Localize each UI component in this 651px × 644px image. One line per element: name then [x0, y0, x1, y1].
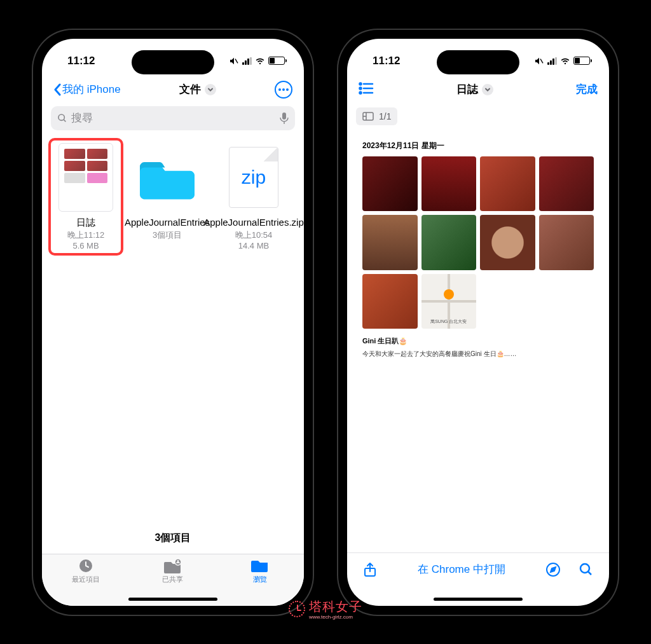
status-time: 11:12	[61, 55, 95, 67]
journal-photo	[362, 274, 418, 329]
svg-point-13	[360, 87, 362, 89]
journal-photo	[480, 156, 535, 212]
watermark-icon	[289, 601, 305, 617]
signal-icon	[547, 57, 557, 65]
watermark-sub: www.tech-girlz.com	[309, 614, 362, 620]
journal-photo	[421, 156, 477, 212]
file-item-zip[interactable]: zip AppleJournalEntries.zip 晚上10:54 14.4…	[216, 143, 291, 250]
status-time: 11:12	[366, 55, 400, 67]
journal-content[interactable]: 2023年12月11日 星期一 萬SUNG 台北大安 Gini 生日趴🎂 今天和…	[347, 130, 609, 369]
file-grid: 日誌 晚上11:12 5.6 MB AppleJournalEntries 3個…	[42, 138, 304, 256]
photo-grid: 萬SUNG 台北大安	[362, 156, 594, 329]
contact-sheet-icon	[362, 112, 374, 121]
svg-line-23	[588, 572, 591, 575]
svg-point-4	[58, 114, 64, 120]
file-name: AppleJournalEntries.zip	[203, 217, 304, 228]
clock-icon	[77, 558, 95, 573]
phone-right: 11:12 日誌 完成 1/1 20	[338, 30, 618, 615]
back-label: 我的 iPhone	[62, 82, 121, 97]
folder-thumb	[140, 143, 195, 212]
journal-entry-body: 今天和大家一起去了大安的高餐廳慶祝Gini 生日🎂……	[362, 350, 594, 359]
tab-recent[interactable]: 最近項目	[42, 558, 129, 606]
svg-point-11	[360, 83, 362, 85]
journal-map: 萬SUNG 台北大安	[421, 274, 477, 329]
mute-icon	[229, 56, 239, 66]
title-text: 日誌	[456, 82, 478, 97]
file-size: 14.4 MB	[238, 241, 269, 250]
file-meta: 3個項目	[153, 230, 182, 241]
tab-label: 瀏覽	[253, 575, 267, 584]
status-icons	[229, 56, 285, 66]
zip-thumb: zip	[226, 143, 281, 212]
chevron-down-icon	[205, 84, 216, 95]
chevron-left-icon	[53, 83, 61, 96]
svg-point-9	[177, 560, 179, 562]
tab-label: 已共享	[162, 575, 183, 584]
journal-photo	[480, 215, 535, 270]
notch	[132, 50, 214, 74]
screen-right: 11:12 日誌 完成 1/1 20	[347, 39, 609, 606]
file-name: 日誌	[76, 217, 95, 228]
share-button[interactable]	[362, 562, 378, 577]
file-meta: 晚上10:54	[235, 230, 273, 241]
svg-line-10	[540, 58, 543, 63]
svg-rect-6	[282, 113, 286, 120]
folder-icon	[251, 558, 269, 573]
mic-icon[interactable]	[280, 113, 289, 124]
svg-point-15	[360, 92, 362, 93]
journal-photo	[362, 156, 418, 212]
journal-photo	[362, 215, 418, 270]
svg-point-3	[286, 88, 289, 91]
folder-icon	[140, 152, 195, 203]
page-indicator-text: 1/1	[379, 111, 391, 121]
open-in-chrome-button[interactable]: 在 Chrome 中打開	[418, 562, 505, 577]
nav-title[interactable]: 日誌	[456, 82, 493, 97]
list-button[interactable]	[359, 82, 374, 97]
file-name: AppleJournalEntries	[125, 217, 210, 228]
nav-bar: 我的 iPhone 文件	[42, 76, 304, 106]
title-text: 文件	[179, 82, 201, 97]
tab-label: 最近項目	[72, 575, 100, 584]
svg-point-2	[282, 88, 285, 91]
markup-button[interactable]	[545, 562, 561, 577]
map-label: 萬SUNG 台北大安	[421, 319, 477, 325]
journal-photo	[539, 156, 594, 212]
signal-icon	[242, 57, 252, 65]
journal-date: 2023年12月11日 星期一	[362, 140, 594, 151]
search-bar[interactable]	[51, 106, 295, 130]
search-input[interactable]	[71, 112, 276, 125]
home-indicator[interactable]	[128, 598, 217, 601]
mute-icon	[534, 56, 544, 66]
toolbar-right	[545, 562, 594, 577]
chevron-down-icon	[482, 84, 493, 95]
phone-left: 11:12 我的 iPhone 文件	[33, 30, 313, 615]
svg-line-0	[235, 58, 238, 63]
wifi-icon	[560, 57, 570, 65]
file-item-folder[interactable]: AppleJournalEntries 3個項目	[130, 143, 205, 250]
home-indicator[interactable]	[434, 598, 523, 601]
journal-entry-title: Gini 生日趴🎂	[362, 336, 594, 346]
items-summary: 3個項目	[42, 525, 304, 554]
file-item-journal[interactable]: 日誌 晚上11:12 5.6 MB	[48, 138, 123, 256]
file-thumb-doc	[58, 143, 113, 212]
svg-line-5	[64, 120, 65, 121]
page-indicator-chip[interactable]: 1/1	[356, 107, 397, 125]
watermark-text: 塔科女子	[309, 599, 362, 613]
back-button[interactable]: 我的 iPhone	[53, 82, 121, 97]
file-meta: 晚上11:12	[67, 230, 105, 241]
svg-point-1	[278, 88, 281, 91]
battery-icon	[268, 57, 285, 65]
more-button[interactable]	[275, 81, 292, 99]
shared-folder-icon	[164, 558, 182, 573]
svg-point-22	[580, 564, 589, 573]
nav-bar: 日誌 完成	[347, 76, 609, 106]
search-button[interactable]	[579, 562, 594, 577]
watermark: 塔科女子 www.tech-girlz.com	[289, 598, 362, 620]
nav-title[interactable]: 文件	[179, 82, 216, 97]
search-icon	[57, 113, 67, 123]
status-icons	[534, 56, 590, 66]
screen-left: 11:12 我的 iPhone 文件	[42, 39, 304, 606]
journal-photo	[539, 215, 594, 270]
battery-icon	[573, 57, 590, 65]
done-button[interactable]: 完成	[576, 82, 598, 97]
